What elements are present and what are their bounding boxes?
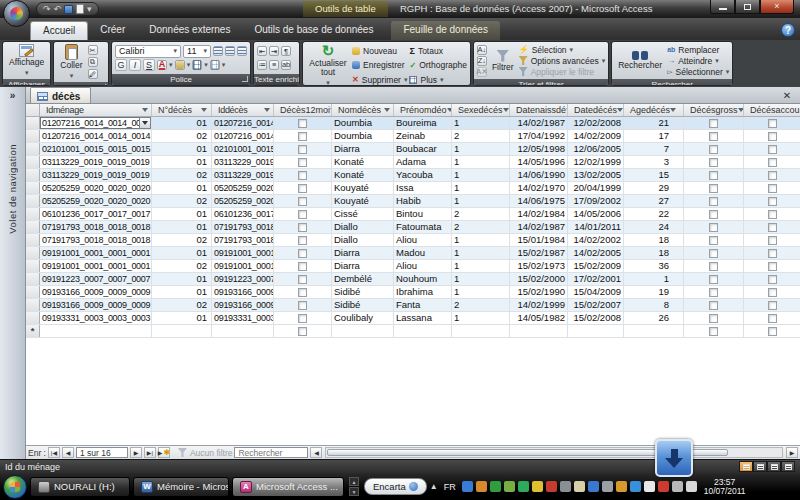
cell-nomdeces[interactable]: Dembélé [332, 273, 394, 285]
new-record-button[interactable]: ▶✱ [158, 447, 170, 458]
cell-sexedeces[interactable]: 1 [452, 143, 510, 155]
cell-agedeces[interactable]: 8 [624, 299, 684, 311]
font-name-select[interactable]: Calibri▾ [115, 45, 181, 58]
cell-decesaccou[interactable] [744, 195, 800, 207]
checkbox-decesaccou[interactable] [768, 236, 777, 245]
checkbox-decesaccou[interactable] [768, 210, 777, 219]
cell-deces12moi[interactable] [274, 260, 332, 272]
table-row[interactable]: 09191001_0001_0001_0001 02 09191001_0001… [26, 260, 800, 273]
checkbox-deces12moi[interactable] [298, 132, 307, 141]
tab-accueil[interactable]: Accueil [30, 21, 88, 40]
taskbar-window-nourali[interactable]: NOURALI (H:) [30, 477, 130, 497]
sort-dropdown-icon[interactable] [503, 108, 509, 112]
cell-decesgross[interactable] [684, 195, 744, 207]
orthographe-button[interactable]: ✓Orthographe [409, 60, 466, 71]
checkbox-deces12moi[interactable] [298, 236, 307, 245]
cell-sexedeces[interactable]: 1 [452, 286, 510, 298]
table-row[interactable]: 09193166_0009_0009_0009 02 09193166_0009… [26, 299, 800, 312]
scroll-left-icon[interactable]: ◀ [310, 447, 322, 458]
column-header-idmenage[interactable]: Idménage [40, 104, 152, 116]
cell-datenaiss[interactable]: 14/02/1999 [510, 299, 568, 311]
cell-idmenage[interactable]: 09193331_0003_0003_0003 [40, 312, 152, 324]
checkbox-deces12moi[interactable] [298, 249, 307, 258]
table-row[interactable]: 05205259_0020_0020_0020 01 05205259_0020… [26, 182, 800, 195]
cell-agedeces[interactable]: 18 [624, 234, 684, 246]
column-header-decesaccou[interactable]: Décésaccou [744, 104, 800, 116]
table-row[interactable]: 07191793_0018_0018_0018 01 07191793_0018… [26, 221, 800, 234]
cell-deces12moi[interactable] [274, 130, 332, 142]
cell-sexedeces[interactable]: 1 [452, 182, 510, 194]
select-all-corner[interactable] [26, 104, 40, 116]
cell-prenomdeces[interactable]: Yacouba [394, 169, 452, 181]
cell-iddeces[interactable]: 09193331_0003 [212, 312, 274, 324]
sort-descending-icon[interactable]: Z↓ [477, 56, 487, 66]
checkbox-deces12moi[interactable] [298, 262, 307, 271]
sort-dropdown-icon[interactable] [142, 108, 148, 112]
cell-datenaiss[interactable]: 15/02/1987 [510, 247, 568, 259]
scroll-down-icon[interactable]: ▼ [349, 487, 359, 496]
record-search-input[interactable] [234, 447, 308, 458]
tray-icon[interactable] [546, 481, 557, 492]
cell-idmenage[interactable]: 02101001_0015_0015_0015 [40, 143, 152, 155]
rechercher-button[interactable]: Rechercher [615, 43, 665, 78]
column-header-nomdeces[interactable]: Nomdécès [332, 104, 394, 116]
tab-deces[interactable]: décès [30, 87, 91, 103]
taskbar-clock[interactable]: 23:57 10/07/2011 [704, 478, 748, 496]
cell-datenaiss[interactable]: 14/06/1990 [510, 169, 568, 181]
checkbox-deces12moi[interactable] [298, 210, 307, 219]
sort-dropdown-icon[interactable] [384, 108, 390, 112]
cell-datenaiss[interactable]: 14/02/1987 [510, 117, 568, 129]
cell-idmenage[interactable]: 05205259_0020_0020_0020 [40, 182, 152, 194]
record-selector[interactable] [26, 130, 40, 142]
table-row[interactable]: 06101236_0017_0017_0017 01 06101236_0017… [26, 208, 800, 221]
checkbox-decesgross[interactable] [709, 236, 718, 245]
cell-iddeces[interactable]: 07191793_0018 [212, 221, 274, 233]
record-selector[interactable] [26, 221, 40, 233]
cell-empty[interactable] [684, 325, 744, 337]
hidden-icons-arrow[interactable]: ▲ [430, 482, 438, 491]
cell-decesaccou[interactable] [744, 221, 800, 233]
cell-decesaccou[interactable] [744, 169, 800, 181]
cell-decesaccou[interactable] [744, 182, 800, 194]
cell-deces12moi[interactable] [274, 312, 332, 324]
checkbox-decesaccou[interactable] [768, 301, 777, 310]
tab-donnees-externes[interactable]: Données externes [137, 21, 242, 40]
cell-sexedeces[interactable]: 2 [452, 221, 510, 233]
decrease-indent-icon[interactable]: ⇤ [257, 46, 267, 56]
encarta-bar[interactable]: Encarta [364, 478, 427, 495]
cell-datedeces[interactable]: 17/09/2002 [568, 195, 624, 207]
cell-datenaiss[interactable]: 12/05/1998 [510, 143, 568, 155]
scroll-right-icon[interactable]: ▶ [786, 447, 798, 458]
checkbox-decesaccou[interactable] [768, 249, 777, 258]
cell-agedeces[interactable]: 17 [624, 130, 684, 142]
tray-icon[interactable] [532, 481, 543, 492]
cell-empty[interactable] [624, 325, 684, 337]
cell-prenomdeces[interactable]: Habib [394, 195, 452, 207]
tray-icon[interactable] [630, 481, 641, 492]
checkbox-decesgross[interactable] [709, 210, 718, 219]
cell-ndeces[interactable]: 01 [152, 208, 212, 220]
cell-iddeces[interactable]: 03113229_0019 [212, 156, 274, 168]
copy-icon[interactable]: ⧉ [88, 57, 98, 67]
borders-button[interactable] [210, 60, 220, 70]
cell-decesgross[interactable] [684, 312, 744, 324]
cell-agedeces[interactable]: 24 [624, 221, 684, 233]
cell-nomdeces[interactable]: Doumbia [332, 117, 394, 129]
fill-color-dropdown-icon[interactable]: ▾ [187, 61, 191, 69]
cell-nomdeces[interactable]: Sidibé [332, 286, 394, 298]
cell-iddeces[interactable]: 06101236_0017 [212, 208, 274, 220]
column-header-prenomdeces[interactable]: Prénomdéo [394, 104, 452, 116]
cell-sexedeces[interactable]: 1 [452, 195, 510, 207]
tray-icon[interactable] [560, 481, 571, 492]
tray-icon[interactable] [602, 481, 613, 492]
selection-button[interactable]: ⚡Sélection▾ [519, 44, 606, 55]
cell-prenomdeces[interactable]: Issa [394, 182, 452, 194]
cell-datedeces[interactable]: 15/04/2009 [568, 286, 624, 298]
cell-idmenage[interactable]: 07191793_0018_0018_0018 [40, 234, 152, 246]
table-row[interactable]: 05205259_0020_0020_0020 02 05205259_0020… [26, 195, 800, 208]
cell-decesaccou[interactable] [744, 117, 800, 129]
appliquer-filtre-button[interactable]: Appliquer le filtre [519, 66, 606, 77]
cell-decesaccou[interactable] [744, 208, 800, 220]
cell-decesaccou[interactable] [744, 234, 800, 246]
cell-decesaccou[interactable] [744, 247, 800, 259]
